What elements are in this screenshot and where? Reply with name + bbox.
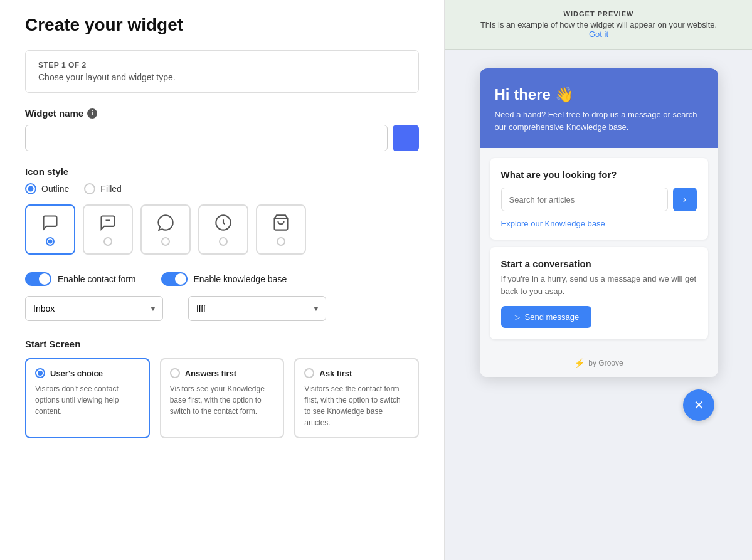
explore-knowledge-base-link[interactable]: Explore our Knowledge base <box>501 219 697 228</box>
widget-body: What are you looking for? › Explore our … <box>480 148 718 349</box>
toggle-knowledge-base-switch[interactable] <box>161 272 188 286</box>
icon-style-radio-group: Outline Filled <box>25 183 419 194</box>
chat-icon <box>41 214 59 231</box>
bag-icon <box>272 214 290 231</box>
radio-outline-input[interactable] <box>25 183 36 194</box>
toggle-knowledge-base-label: Enable knowledge base <box>194 274 287 284</box>
radio-filled[interactable]: Filled <box>84 183 121 194</box>
knowledge-card: What are you looking for? › Explore our … <box>490 158 708 240</box>
widget-name-input[interactable] <box>25 125 388 151</box>
conversation-card-title: Start a conversation <box>501 258 697 269</box>
icon-card-5-radio <box>277 237 285 246</box>
screen-card-answers-first-title: Answers first <box>185 369 236 378</box>
got-it-link[interactable]: Got it <box>589 29 608 39</box>
icon-card-2[interactable] <box>83 204 133 255</box>
page-title: Create your widget <box>25 15 419 35</box>
icon-style-section: Icon style Outline Filled <box>25 166 419 255</box>
screen-card-users-choice-radio <box>35 368 45 378</box>
step-box: STEP 1 OF 2 Chose your layout and widget… <box>25 50 419 93</box>
inbox-dropdown-wrap: Inbox ▼ <box>25 296 163 321</box>
icon-card-1-radio <box>46 237 55 246</box>
search-button[interactable]: › <box>673 188 697 211</box>
dropdown-row: Inbox ▼ ffff ▼ <box>25 296 419 321</box>
left-panel: Create your widget STEP 1 OF 2 Chose you… <box>0 0 445 560</box>
support-icon <box>214 214 232 231</box>
toggle-contact-form: Enable contact form <box>25 272 136 286</box>
icon-card-1[interactable] <box>25 204 75 255</box>
send-icon: ▷ <box>514 312 520 322</box>
icon-card-2-radio <box>103 237 112 246</box>
screen-card-users-choice-title: User's choice <box>50 369 103 378</box>
knowledge-card-title: What are you looking for? <box>501 169 697 180</box>
start-screen-label: Start Screen <box>25 339 419 349</box>
widget-name-row <box>25 125 419 151</box>
preview-description: This is an example of how the widget wil… <box>455 20 742 39</box>
color-swatch-button[interactable] <box>393 125 419 151</box>
icon-card-3[interactable] <box>140 204 191 255</box>
screen-card-ask-first[interactable]: Ask first Visitors see the contact form … <box>294 358 419 438</box>
bubble-icon <box>157 214 174 231</box>
icon-card-3-radio <box>161 237 170 246</box>
toggle-knowledge-base: Enable knowledge base <box>161 272 287 286</box>
screen-card-ask-first-body: Visitors see the contact form first, wit… <box>304 383 409 428</box>
icon-card-4-radio <box>219 237 228 246</box>
screen-card-answers-first-radio <box>170 368 180 378</box>
screen-card-answers-first-body: Visitors see your Knowledge base first, … <box>170 383 275 417</box>
icon-card-5[interactable] <box>256 204 306 255</box>
screen-card-users-choice[interactable]: User's choice Visitors don't see contact… <box>25 358 150 438</box>
icon-style-label: Icon style <box>25 166 419 177</box>
icon-cards <box>25 204 419 255</box>
widget-name-label: Widget name i <box>25 108 419 119</box>
toggle-contact-form-label: Enable contact form <box>58 274 136 284</box>
right-panel: WIDGET PREVIEW This is an example of how… <box>445 0 752 560</box>
widget-footer: ⚡ by Groove <box>480 349 718 377</box>
conversation-card-description: If you're in a hurry, send us a message … <box>501 273 697 297</box>
toggle-row: Enable contact form Enable knowledge bas… <box>25 272 419 286</box>
chat2-icon <box>99 214 117 231</box>
ffff-dropdown-wrap: ffff ▼ <box>188 296 326 321</box>
groove-bolt-icon: ⚡ <box>574 358 585 368</box>
screen-card-ask-first-title: Ask first <box>319 369 352 378</box>
screen-cards: User's choice Visitors don't see contact… <box>25 358 419 438</box>
preview-title: WIDGET PREVIEW <box>455 10 742 18</box>
step-label: STEP 1 OF 2 <box>38 61 406 70</box>
widget-subtext: Need a hand? Feel free to drop us a mess… <box>495 108 703 133</box>
radio-outline[interactable]: Outline <box>25 183 69 194</box>
widget-greeting: Hi there 👋 <box>495 86 703 103</box>
widget-container: Hi there 👋 Need a hand? Feel free to dro… <box>480 68 718 377</box>
widget-header: Hi there 👋 Need a hand? Feel free to dro… <box>480 68 718 148</box>
step-description: Chose your layout and widget type. <box>38 72 406 82</box>
search-articles-input[interactable] <box>501 188 668 211</box>
send-message-button[interactable]: ▷ Send message <box>501 306 592 328</box>
screen-card-answers-first[interactable]: Answers first Visitors see your Knowledg… <box>160 358 285 438</box>
ffff-dropdown[interactable]: ffff <box>188 296 326 321</box>
conversation-card: Start a conversation If you're in a hurr… <box>490 247 708 339</box>
toggle-contact-form-switch[interactable] <box>25 272 51 286</box>
inbox-dropdown[interactable]: Inbox <box>25 296 163 321</box>
search-row: › <box>501 188 697 211</box>
widget-name-info-icon[interactable]: i <box>87 108 97 119</box>
close-button[interactable]: ✕ <box>683 389 714 421</box>
preview-header: WIDGET PREVIEW This is an example of how… <box>445 0 752 50</box>
screen-card-ask-first-radio <box>304 368 314 378</box>
radio-filled-input[interactable] <box>84 183 95 194</box>
icon-card-4[interactable] <box>198 204 248 255</box>
screen-card-users-choice-body: Visitors don't see contact options until… <box>35 383 140 417</box>
